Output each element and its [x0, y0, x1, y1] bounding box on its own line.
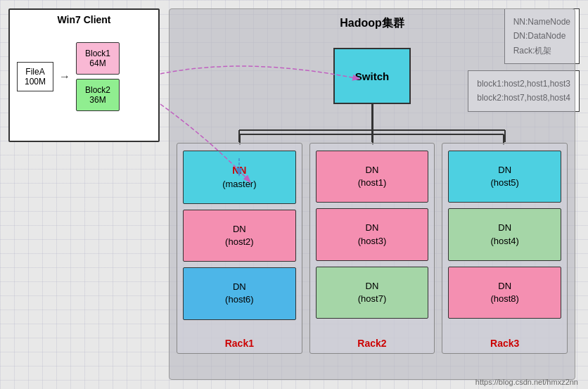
block1-box: Block1 64M — [76, 42, 120, 75]
dn-host1-label: DN — [321, 164, 424, 177]
nn-label: NN — [188, 164, 291, 178]
dn-host4-label: DN — [453, 222, 556, 234]
dn-host5-label: DN — [453, 164, 556, 177]
dn-host7-sub: (host7) — [321, 293, 424, 305]
rack3-label: Rack3 — [490, 338, 519, 349]
dn-host2-sub: (host2) — [188, 236, 291, 248]
dn-host8-label: DN — [453, 280, 556, 293]
rack-3: DN (host5) DN (host4) DN (host8) Rack3 — [442, 143, 568, 354]
switch-box: Switch — [333, 48, 411, 104]
dn-host3-node: DN (host3) — [316, 208, 429, 260]
win7-client-inner: FileA 100M → Block1 64M Block2 36M — [10, 35, 158, 118]
win7-client-title: Win7 Client — [10, 10, 158, 28]
switch-label: Switch — [355, 70, 389, 82]
dn-host4-sub: (host4) — [453, 235, 556, 248]
dn-host2-node: DN (host2) — [183, 210, 296, 262]
dn-host8-node: DN (host8) — [448, 267, 561, 319]
nn-sublabel: (master) — [188, 178, 291, 191]
blocks-column: Block1 64M Block2 36M — [76, 42, 120, 111]
dn-host5-node: DN (host5) — [448, 151, 561, 203]
dn-host3-sub: (host3) — [321, 235, 424, 248]
win7-client-box: Win7 Client FileA 100M → Block1 64M Bloc… — [8, 8, 160, 142]
dn-host4-node: DN (host4) — [448, 208, 561, 260]
dn-host2-label: DN — [188, 223, 291, 236]
dn-host6-label: DN — [188, 281, 291, 293]
dn-host6-sub: (host6) — [188, 293, 291, 306]
nn-master-node: NN (master) — [183, 151, 296, 204]
block2-label: Block2 — [85, 85, 110, 95]
dn-host7-node: DN (host7) — [316, 267, 429, 319]
hadoop-cluster: Hadoop集群 Switch NN (master) DN (host2) — [169, 8, 575, 380]
dn-host6-node: DN (host6) — [183, 267, 296, 319]
block2-box: Block2 36M — [76, 79, 120, 111]
dn-host8-sub: (host8) — [453, 293, 556, 305]
filea-label: FileA — [23, 67, 47, 77]
block2-size: 36M — [85, 95, 110, 105]
rack-1: NN (master) DN (host2) DN (host6) Rack1 — [177, 143, 302, 354]
block1-label: Block1 — [85, 49, 110, 58]
filea-box: FileA 100M — [17, 62, 53, 91]
dn-host5-sub: (host5) — [453, 177, 556, 189]
block1-size: 64M — [85, 58, 110, 68]
racks-row: NN (master) DN (host2) DN (host6) Rack1 … — [177, 143, 568, 354]
dn-host3-label: DN — [321, 222, 424, 234]
dn-host1-node: DN (host1) — [316, 151, 429, 203]
rack1-label: Rack1 — [225, 338, 254, 349]
filea-size: 100M — [23, 77, 47, 87]
watermark: https://blog.csdn.net/hmxz2nn — [475, 378, 578, 386]
hadoop-title: Hadoop集群 — [170, 9, 575, 31]
rack2-label: Rack2 — [357, 338, 386, 349]
dn-host7-label: DN — [321, 280, 424, 293]
arrow-right-icon: → — [59, 70, 70, 83]
dn-host1-sub: (host1) — [321, 177, 424, 189]
rack-2: DN (host1) DN (host3) DN (host7) Rack2 — [309, 143, 435, 354]
